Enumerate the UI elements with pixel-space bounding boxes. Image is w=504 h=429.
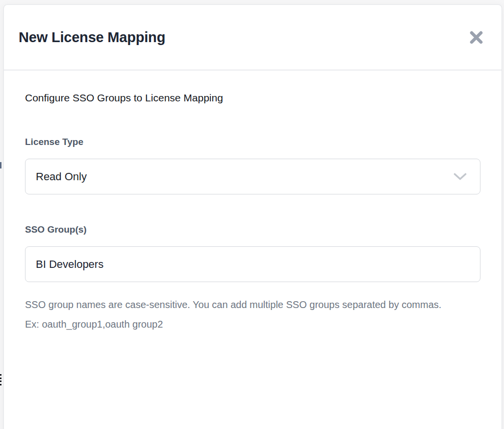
sso-groups-field: SSO Group(s) SSO group names are case-se… <box>25 224 480 334</box>
modal-body: Configure SSO Groups to License Mapping … <box>4 71 502 334</box>
section-heading: Configure SSO Groups to License Mapping <box>25 91 480 105</box>
clipped-list-icon <box>0 384 1 385</box>
license-type-select[interactable]: Read Only <box>25 159 480 194</box>
clipped-page-glyph <box>0 162 1 168</box>
modal-title: New License Mapping <box>19 29 165 46</box>
sso-groups-help-text: SSO group names are case-sensitive. You … <box>25 295 456 334</box>
new-license-mapping-modal: New License Mapping Configure SSO Groups… <box>3 4 502 429</box>
clipped-list-icon <box>0 374 1 376</box>
sso-groups-label: SSO Group(s) <box>25 224 480 236</box>
clipped-list-icon <box>0 378 1 379</box>
chevron-down-icon <box>454 173 467 181</box>
sso-groups-input[interactable] <box>25 246 480 282</box>
license-type-field: License Type Read Only <box>25 136 480 194</box>
license-type-label: License Type <box>25 136 480 148</box>
close-icon <box>469 30 484 45</box>
clipped-list-icon <box>0 381 1 382</box>
modal-header: New License Mapping <box>4 5 502 71</box>
license-type-selected-value: Read Only <box>36 170 87 183</box>
close-button[interactable] <box>468 29 485 46</box>
